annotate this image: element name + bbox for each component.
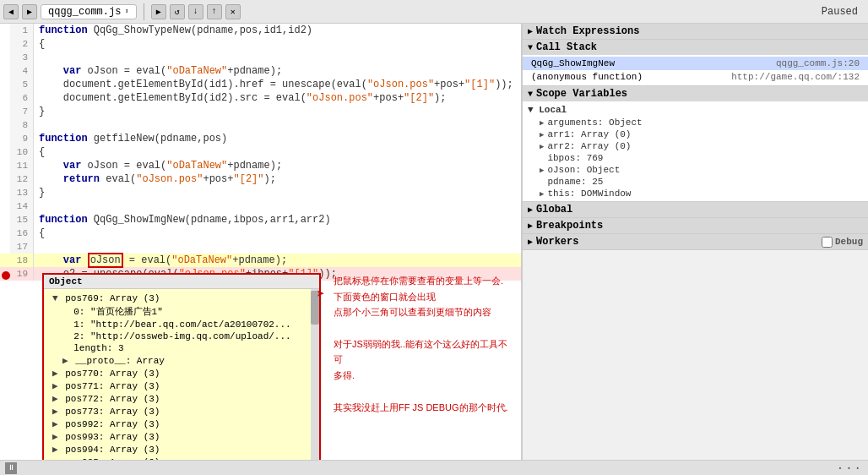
status-bar: ⏸ ··· (0, 460, 868, 475)
line-num-17: 17 (10, 240, 34, 254)
line-num-14: 14 (10, 199, 34, 213)
breakpoints-section: ▶ Breakpoints (523, 218, 868, 234)
code-panel: 1 function QqGg_ShowTypeNew(pdname,pos,i… (0, 24, 522, 460)
toolbar-right: Paused (822, 6, 865, 18)
obj-item-0: ▼ pos769: Array (3) (49, 292, 314, 304)
line-num-8: 8 (10, 118, 34, 132)
line-content-9: function getfileNew(pdname,pos) (34, 133, 227, 145)
step-into-button[interactable]: ↓ (188, 4, 203, 19)
line-content-6: document.getElementById(id2).src = eval(… (34, 92, 447, 104)
play-button[interactable]: ▶ (151, 4, 166, 19)
obj-item-11: ▶ pos993: Array (3) (49, 430, 314, 443)
call-stack-triangle: ▼ (528, 43, 533, 52)
obj-item-12: ▶ pos994: Array (3) (49, 443, 314, 456)
line-num-10: 10 (10, 145, 34, 159)
line-num-1: 1 (10, 24, 34, 37)
scope-var-this[interactable]: ▶this: DOMWindow (523, 188, 868, 199)
object-popup-content: ▼ pos769: Array (3) 0: "首页伦播广告1" 1: "htt… (44, 289, 319, 460)
debug-label: Debug (835, 237, 863, 247)
step-out-button[interactable]: ↑ (207, 4, 222, 19)
annotation-text: 把鼠标悬停在你需要查看的变量上等一会. 下面黄色的窗口就会出现 点那个小三角可以… (334, 273, 511, 415)
step-over-button[interactable]: ↺ (170, 4, 185, 19)
right-panel: ▶ Watch Expressions ▼ Call Stack QqGg_Sh… (522, 24, 868, 460)
local-scope-label: ▼ Local (528, 105, 567, 115)
scope-variables-label: Scope Variables (536, 88, 627, 100)
call-stack-file-0: qqgg_comm.js:20 (776, 58, 860, 68)
obj-item-7: ▶ pos771: Array (3) (49, 379, 314, 392)
status-right: ··· (837, 461, 863, 475)
code-line-16: 16 { (0, 227, 521, 240)
obj-item-13: ▶ pos995: Array (3) (49, 456, 314, 460)
line-num-5: 5 (10, 78, 34, 91)
breakpoints-triangle: ▶ (528, 221, 533, 231)
line-num-11: 11 (10, 159, 34, 172)
local-scope-header[interactable]: ▼ Local (523, 103, 868, 117)
scope-var-pdname[interactable]: ▶pdname: 25 (523, 176, 868, 188)
line-content-15: function QqGg_ShowImgNew(pdname,ibpos,ar… (34, 214, 331, 226)
debug-checkbox[interactable] (822, 237, 833, 248)
obj-item-6: ▶ pos770: Array (3) (49, 367, 314, 379)
line-num-3: 3 (10, 51, 34, 64)
forward-button[interactable]: ▶ (22, 4, 37, 19)
line-content-11: var oJson = eval("oDaTaNew"+pdname); (34, 160, 282, 172)
deactivate-button[interactable]: ✕ (225, 4, 241, 19)
code-line-15: 15 function QqGg_ShowImgNew(pdname,ibpos… (0, 213, 521, 227)
scope-var-arguments[interactable]: ▶arguments: Object (523, 117, 868, 128)
workers-header[interactable]: ▶ Workers Debug (523, 234, 868, 249)
toolbar-left: ◀ ▶ qqgg_comm.js ⬍ ▶ ↺ ↓ ↑ ✕ (3, 3, 822, 20)
code-line-11: 11 var oJson = eval("oDaTaNew"+pdname); (0, 159, 521, 172)
call-stack-label: Call Stack (536, 41, 597, 53)
watch-expressions-section: ▶ Watch Expressions (523, 24, 868, 40)
line-content-12: return eval("oJson.pos"+pos+"[2]"); (34, 173, 276, 185)
breakpoint-dot-19 (2, 271, 10, 280)
watch-expressions-header[interactable]: ▶ Watch Expressions (523, 24, 868, 39)
code-line-13: 13 } (0, 186, 521, 199)
code-line-8: 8 (0, 118, 521, 132)
code-line-12: 12 return eval("oJson.pos"+pos+"[2]"); (0, 172, 521, 186)
call-stack-name-1: (anonymous function) (531, 72, 643, 82)
obj-item-1: 0: "首页伦播广告1" (49, 304, 314, 319)
code-line-1: 1 function QqGg_ShowTypeNew(pdname,pos,i… (0, 24, 521, 37)
filename-label: qqgg_comm.js (48, 6, 121, 18)
scope-var-arr2[interactable]: ▶arr2: Array (0) (523, 140, 868, 152)
scope-var-ibpos[interactable]: ▶ibpos: 769 (523, 152, 868, 164)
object-popup-header: Object (44, 275, 319, 289)
scope-var-arr1[interactable]: ▶arr1: Array (0) (523, 128, 868, 140)
line-content-10: { (34, 146, 45, 158)
dropdown-icon: ⬍ (124, 7, 128, 16)
code-line-3: 3 (0, 51, 521, 64)
call-stack-item-1[interactable]: (anonymous function) http://game.qq.com/… (523, 70, 868, 84)
back-button[interactable]: ◀ (3, 4, 19, 19)
scope-variables-header[interactable]: ▼ Scope Variables (523, 86, 868, 101)
global-triangle: ▶ (528, 205, 533, 215)
code-line-14: 14 (0, 199, 521, 213)
obj-item-9: ▶ pos773: Array (3) (49, 405, 314, 418)
line-content-2: { (34, 38, 45, 50)
line-content-7: } (34, 106, 45, 117)
line-num-4: 4 (10, 64, 34, 78)
obj-item-10: ▶ pos992: Array (3) (49, 418, 314, 430)
code-line-17: 17 (0, 240, 521, 254)
breakpoints-header[interactable]: ▶ Breakpoints (523, 218, 868, 233)
workers-label: Workers (536, 236, 578, 248)
global-header[interactable]: ▶ Global (523, 202, 868, 217)
scrollbar-track[interactable] (311, 289, 319, 460)
toolbar-separator (144, 3, 144, 20)
pause-button[interactable]: ⏸ (5, 462, 17, 474)
watch-expressions-triangle: ▶ (528, 26, 533, 36)
debug-checkbox-group: Debug (822, 237, 863, 248)
code-line-10: 10 { (0, 145, 521, 159)
call-stack-section: ▼ Call Stack QqGg_ShowImgNew qqgg_comm.j… (523, 40, 868, 86)
object-popup: Object ▼ pos769: Array (3) 0: "首页伦播广告1" … (42, 273, 321, 460)
scope-variables-triangle: ▼ (528, 90, 533, 99)
obj-item-8: ▶ pos772: Array (3) (49, 392, 314, 405)
annotation-arrow: ➤ (317, 286, 325, 303)
code-line-2: 2 { (0, 37, 521, 51)
filename-badge[interactable]: qqgg_comm.js ⬍ (41, 4, 137, 19)
watch-expressions-label: Watch Expressions (536, 25, 639, 37)
workers-left: ▶ Workers (528, 236, 578, 248)
global-label: Global (536, 204, 572, 216)
call-stack-header[interactable]: ▼ Call Stack (523, 40, 868, 55)
call-stack-item-0[interactable]: QqGg_ShowImgNew qqgg_comm.js:20 (523, 57, 868, 70)
scope-var-ojson[interactable]: ▶oJson: Object (523, 164, 868, 176)
